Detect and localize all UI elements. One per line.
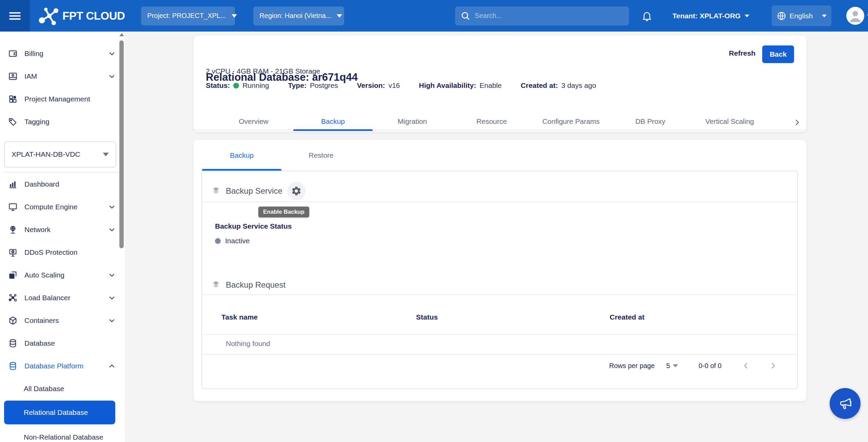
tab-db-proxy[interactable]: DB Proxy: [611, 111, 690, 132]
database-icon: [8, 361, 18, 371]
pagination-next-button[interactable]: [768, 361, 778, 370]
sidebar-item-label: Non-Relational Database: [24, 433, 103, 441]
chevron-down-icon: [108, 226, 116, 234]
back-button[interactable]: Back: [762, 45, 794, 63]
ha-value: Enable: [479, 81, 501, 90]
avatar: [846, 7, 864, 25]
tab-backup[interactable]: Backup: [293, 111, 373, 132]
cube-icon: [8, 316, 18, 325]
status-row: Status: Running Type: Postgres Version: …: [206, 81, 596, 90]
tab-backup-inner[interactable]: Backup: [202, 140, 281, 171]
sidebar-item-auto-scaling[interactable]: Auto Scaling: [0, 264, 125, 286]
type-label: Type:: [288, 81, 306, 90]
search-icon: [460, 11, 471, 21]
sidebar-item-label: Network: [24, 226, 51, 234]
language-label: English: [789, 12, 813, 20]
sidebar-item-project-management[interactable]: Project Management: [0, 88, 125, 110]
tab-vertical-scaling[interactable]: Vertical Scaling: [690, 111, 769, 132]
sidebar-item-non-relational-database[interactable]: Non-Relational Database: [0, 426, 125, 442]
backup-service-status-value: Inactive: [225, 237, 250, 245]
sidebar-item-relational-database[interactable]: Relational Database: [4, 401, 115, 424]
sidebar-item-compute-engine[interactable]: Compute Engine: [0, 195, 125, 218]
sidebar-scrollbar[interactable]: [119, 33, 124, 442]
chevron-down-icon: [108, 72, 116, 80]
backup-restore-tabs: Backup Restore: [202, 140, 361, 171]
molecule-logo-icon: [38, 5, 59, 26]
sidebar-item-network[interactable]: Network: [0, 218, 125, 241]
sidebar-item-database-platform[interactable]: Database Platform: [0, 354, 125, 377]
feedback-fab-button[interactable]: [830, 388, 861, 419]
tenant-label: Tenant: XPLAT-ORG: [672, 12, 741, 20]
tabs-scroll-right-button[interactable]: [793, 118, 802, 127]
sidebar-item-iam[interactable]: IAM: [0, 65, 125, 88]
chevron-down-icon: [673, 364, 678, 367]
status-value: Running: [242, 81, 269, 90]
chevron-down-icon: [822, 15, 827, 17]
layers-icon: [211, 186, 221, 196]
tab-restore[interactable]: Restore: [281, 140, 361, 171]
global-search[interactable]: [455, 6, 629, 25]
refresh-button[interactable]: Refresh: [729, 49, 755, 57]
vdc-selector[interactable]: XPLAT-HAN-DB-VDC: [4, 141, 116, 168]
status-label: Status:: [206, 81, 230, 90]
scroll-up-arrow-icon[interactable]: [119, 33, 124, 36]
sidebar-item-billing[interactable]: Billing: [0, 42, 125, 65]
globe-stand-icon: [8, 225, 18, 234]
search-input[interactable]: [475, 12, 624, 20]
globe-icon: [776, 11, 787, 21]
shield-monitor-icon: [8, 248, 18, 257]
chevron-down-icon: [103, 153, 109, 156]
chevron-down-icon: [108, 203, 116, 211]
chevron-down-icon: [745, 15, 749, 17]
scrollbar-thumb[interactable]: [119, 40, 124, 248]
sidebar-item-dashboard[interactable]: Dashboard: [0, 173, 125, 195]
sidebar-item-label: All Database: [24, 385, 64, 393]
notifications-bell-button[interactable]: [641, 10, 653, 22]
status-running-dot: [233, 83, 239, 89]
hamburger-menu-button[interactable]: [0, 0, 30, 32]
rows-per-page-select[interactable]: 5: [666, 362, 678, 370]
version-segment: Version: v16: [357, 81, 400, 90]
backup-service-header: Backup Service: [211, 182, 305, 200]
created-segment: Created at: 3 days ago: [521, 81, 596, 90]
sidebar-item-load-balancer[interactable]: Load Balancer: [0, 286, 125, 309]
pagination-previous-button[interactable]: [741, 361, 751, 370]
tab-resource[interactable]: Resource: [452, 111, 531, 132]
tab-migration[interactable]: Migration: [373, 111, 452, 132]
sidebar-item-label: Project Management: [24, 95, 90, 103]
region-dropdown[interactable]: Region: Hanoi (Vietna...: [253, 6, 344, 25]
gear-icon: [291, 186, 302, 196]
sidebar-item-tagging[interactable]: Tagging: [0, 110, 125, 133]
sidebar-item-label: Containers: [24, 316, 59, 325]
language-selector[interactable]: English: [772, 5, 831, 26]
ha-segment: High Availability: Enable: [419, 81, 501, 90]
backup-service-status-row: Inactive: [215, 237, 250, 245]
fpt-cloud-logo[interactable]: FPT CLOUD: [38, 5, 125, 26]
sidebar-item-label: Database Platform: [24, 362, 83, 370]
backup-service-status-heading: Backup Service Status: [215, 222, 292, 230]
inactive-status-dot: [215, 238, 221, 244]
chevron-down-icon: [108, 294, 116, 302]
sidebar-item-ddos-protection[interactable]: DDoS Protection: [0, 241, 125, 264]
type-segment: Type: Postgres: [288, 81, 338, 90]
megaphone-icon: [837, 396, 853, 411]
tab-configure-params[interactable]: Configure Params: [531, 111, 611, 132]
project-dropdown[interactable]: Project: PROJECT_XPL...: [141, 6, 235, 25]
scaling-squares-icon: [8, 270, 18, 280]
backup-settings-button[interactable]: [287, 182, 305, 200]
created-label: Created at:: [521, 81, 558, 90]
sidebar-item-label: Tagging: [24, 118, 50, 126]
sidebar-item-all-database[interactable]: All Database: [0, 377, 125, 400]
tab-overview[interactable]: Overview: [214, 111, 293, 132]
layers-icon: [211, 280, 221, 290]
sidebar: Billing IAM: [0, 32, 125, 442]
tenant-dropdown[interactable]: Tenant: XPLAT-ORG: [672, 12, 749, 20]
type-value: Postgres: [310, 81, 338, 90]
sidebar-item-label: Relational Database: [24, 408, 88, 417]
section-divider: [202, 294, 797, 295]
sidebar-item-database[interactable]: Database: [0, 332, 125, 354]
user-menu[interactable]: [846, 7, 868, 25]
chevron-down-icon: [108, 271, 116, 279]
column-header-created-at: Created at: [610, 313, 645, 321]
sidebar-item-containers[interactable]: Containers: [0, 309, 125, 332]
